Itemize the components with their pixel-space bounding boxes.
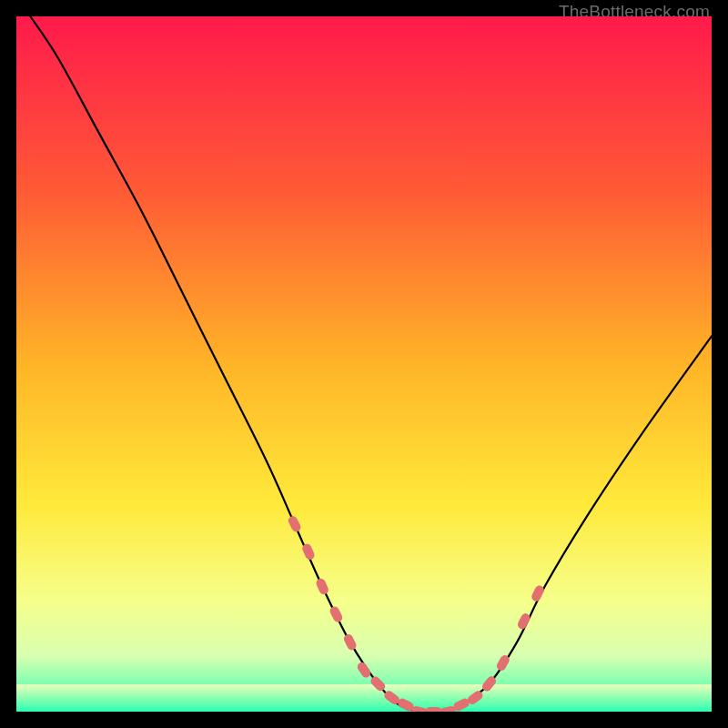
optimal-zone-band [16,684,712,712]
marker-dot [425,707,441,712]
gradient-background [16,16,712,712]
chart-svg [16,16,712,712]
chart-plot-area [16,16,712,712]
